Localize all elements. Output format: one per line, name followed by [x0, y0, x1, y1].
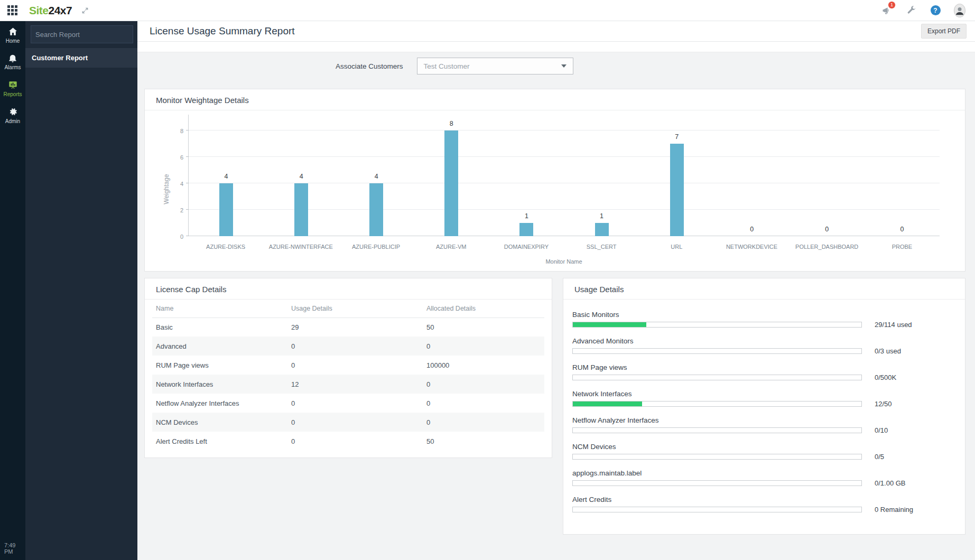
progress-track	[572, 427, 862, 433]
bar-slot: 0	[714, 115, 790, 236]
bar-slot: 4	[339, 115, 414, 236]
table-cell: 100000	[423, 356, 544, 375]
weightage-bar-chart: Weightage 024684448117000 AZURE-DISKSAZU…	[150, 111, 960, 270]
gear-icon	[8, 107, 18, 117]
usage-item-label: NCM Devices	[572, 443, 956, 451]
bar-slot: 4	[189, 115, 264, 236]
usage-item-row: 0/3 used	[572, 347, 956, 355]
filter-row: Associate Customers Test Customer	[137, 58, 975, 74]
announcements-icon[interactable]: 1	[881, 5, 893, 16]
table-cell: 0	[287, 413, 423, 432]
usage-item: Alert Credits0 Remaining	[572, 496, 956, 514]
usage-item-label: Netflow Analyzer Interfaces	[572, 416, 956, 424]
page-title: License Usage Summary Report	[150, 25, 295, 37]
chart-card-title: Monitor Weightage Details	[145, 89, 965, 110]
table-row: NCM Devices00	[152, 413, 544, 432]
table-row: Alert Credits Left050	[152, 432, 544, 451]
bar-value-label: 1	[489, 212, 564, 220]
bar-value-label: 4	[339, 173, 414, 180]
top-bar: Site24x7 1 ?	[0, 0, 975, 21]
usage-item-value: 0/5	[875, 453, 884, 461]
bar-azure-publicip	[369, 183, 383, 236]
usage-item-value: 29/114 used	[875, 321, 912, 329]
table-cell: RUM Page views	[152, 356, 287, 375]
bar-slot: 8	[414, 115, 489, 236]
help-glyph: ?	[931, 5, 941, 15]
progress-track	[572, 322, 862, 328]
usage-item: RUM Page views0/500K	[572, 363, 956, 381]
tools-icon[interactable]	[905, 5, 917, 16]
sidebar-item-label: Home	[6, 38, 20, 44]
table-row: Netflow Analyzer Interfaces00	[152, 394, 544, 413]
help-icon[interactable]: ?	[930, 5, 941, 16]
sidebar-item-home[interactable]: Home	[0, 21, 25, 48]
table-cell: 0	[287, 432, 423, 451]
export-pdf-button[interactable]: Export PDF	[921, 24, 967, 39]
table-cell: 0	[423, 337, 544, 356]
x-tick-label: URL	[639, 244, 714, 250]
avatar-image	[954, 4, 965, 17]
usage-item-label: Alert Credits	[572, 496, 956, 503]
bar-slot: 1	[564, 115, 639, 236]
x-tick-label: PROBE	[865, 244, 940, 250]
table-cell: 29	[287, 318, 423, 337]
sidebar-item-customer-report[interactable]: Customer Report	[25, 48, 137, 68]
usage-item-value: 12/50	[875, 400, 892, 408]
y-axis-title: Weightage	[163, 174, 170, 204]
logo-text-dark: 24x7	[49, 4, 72, 16]
bar-value-label: 7	[639, 133, 714, 141]
table-cell: 12	[287, 375, 423, 394]
topbar-actions: 1 ?	[881, 5, 965, 16]
search-report-input[interactable]	[35, 31, 128, 39]
usage-item-row: 0/500K	[572, 374, 956, 381]
table-row: RUM Page views0100000	[152, 356, 544, 375]
usage-item-label: applogs.maintab.label	[572, 469, 956, 477]
bar-slot: 0	[865, 115, 940, 236]
sidebar-item-reports[interactable]: Reports	[0, 74, 25, 101]
customer-dropdown[interactable]: Test Customer	[417, 58, 573, 74]
license-cap-card: License Cap Details NameUsage DetailsAll…	[144, 278, 552, 458]
usage-item-label: Network Interfaces	[572, 390, 956, 398]
user-avatar[interactable]	[954, 5, 965, 16]
table-cell: NCM Devices	[152, 413, 287, 432]
usage-item: NCM Devices0/5	[572, 443, 956, 461]
chart-plot: 024684448117000	[188, 115, 940, 236]
reports-icon	[8, 80, 18, 90]
apps-grid-icon[interactable]	[7, 5, 17, 15]
expand-icon[interactable]	[81, 7, 89, 14]
column-header: Usage Details	[287, 300, 423, 318]
bar-domainexpiry	[519, 223, 533, 236]
bar-value-label: 4	[264, 173, 339, 180]
chart-bars: 4448117000	[189, 115, 940, 236]
usage-item-row: 29/114 used	[572, 321, 956, 329]
progress-track	[572, 401, 862, 407]
main-area: License Usage Summary Report Export PDF …	[137, 21, 975, 560]
toolbar-band	[137, 42, 975, 52]
x-tick-label: AZURE-VM	[414, 244, 489, 250]
table-cell: 0	[287, 394, 423, 413]
y-tick-label: 0	[165, 234, 183, 240]
usage-item: Netflow Analyzer Interfaces0/10	[572, 416, 956, 434]
usage-details-title: Usage Details	[563, 278, 965, 300]
table-body: Basic2950Advanced00RUM Page views0100000…	[152, 318, 544, 451]
bar-azure-disks	[219, 183, 233, 236]
associate-customers-label: Associate Customers	[336, 62, 403, 70]
table-row: Basic2950	[152, 318, 544, 337]
license-cap-title: License Cap Details	[145, 278, 552, 300]
bar-slot: 4	[264, 115, 339, 236]
progress-track	[572, 480, 862, 486]
logo-text-green: Site	[29, 4, 49, 16]
bar-value-label: 0	[790, 226, 865, 233]
bar-slot: 1	[489, 115, 564, 236]
bar-value-label: 4	[189, 173, 264, 180]
report-search-box	[31, 25, 133, 43]
monitor-weightage-card: Monitor Weightage Details Weightage 0246…	[144, 89, 965, 272]
usage-item-value: 0 Remaining	[875, 506, 913, 514]
sidebar-panel: Customer Report	[25, 21, 137, 560]
usage-item-row: 0/5	[572, 453, 956, 461]
sidebar-item-alarms[interactable]: Alarms	[0, 48, 25, 74]
dropdown-selected-value: Test Customer	[424, 62, 470, 70]
sidebar-item-label: Reports	[3, 91, 22, 97]
sidebar-item-admin[interactable]: Admin	[0, 101, 25, 128]
usage-item-label: Advanced Monitors	[572, 337, 956, 345]
